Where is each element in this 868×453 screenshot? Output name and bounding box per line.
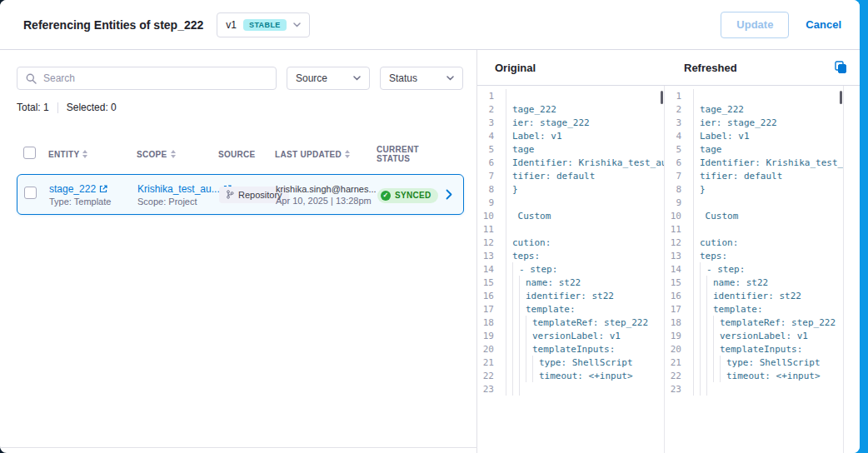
diff-refreshed-title: Refreshed (684, 62, 737, 74)
search-input[interactable] (43, 72, 267, 84)
copy-icon[interactable] (835, 61, 847, 74)
code-line: 3ier: stage_222 (477, 116, 664, 129)
indent-guide (706, 369, 713, 382)
indent-guide (519, 356, 526, 369)
code-text: teps: (512, 251, 540, 261)
line-number: 4 (477, 131, 506, 142)
scrollbar-thumb[interactable] (840, 91, 842, 104)
source-filter[interactable]: Source (287, 67, 370, 90)
line-number: 22 (665, 371, 693, 381)
indent-guide (506, 129, 512, 142)
indent-guide (506, 302, 512, 316)
code-line: 7tifier: default (665, 169, 843, 182)
indent-guide (700, 302, 706, 316)
indent-guide (720, 356, 726, 369)
status-filter[interactable]: Status (380, 67, 463, 90)
line-number: 19 (665, 331, 693, 341)
entity-link[interactable]: stage_222 (49, 183, 96, 195)
line-number: 2 (665, 104, 693, 115)
indent-guide (713, 316, 720, 329)
code-text: cution: (700, 237, 738, 248)
code-line: 19versionLabel: v1 (665, 329, 843, 342)
code-line: 13teps: (477, 249, 664, 262)
code-text: Custom (512, 211, 551, 222)
diff-panel: Original Refreshed 12tage_2223ier: stage… (477, 50, 860, 453)
code-text: Label: v1 (700, 131, 750, 142)
selected-count: Selected: 0 (67, 102, 117, 113)
update-button[interactable]: Update (721, 12, 789, 38)
code-text: tage (512, 144, 535, 155)
indent-guide (693, 209, 700, 222)
select-all-checkbox[interactable] (23, 147, 36, 159)
code-line: 20templateInputs: (477, 342, 664, 356)
indent-guide (506, 382, 512, 396)
code-line: 23 (477, 382, 664, 396)
indent-guide (693, 89, 700, 102)
entities-panel: Source Status Total: 1 Selected: 0 (0, 50, 477, 453)
indent-guide (700, 289, 706, 302)
chevron-right-icon[interactable] (446, 189, 457, 200)
indent-guide (512, 276, 519, 289)
search-box[interactable] (17, 67, 277, 90)
column-header-source: SOURCE (218, 150, 275, 159)
line-number: 17 (665, 304, 693, 315)
cancel-button[interactable]: Cancel (806, 18, 841, 31)
indent-guide (506, 209, 512, 222)
line-number: 5 (665, 144, 693, 155)
code-line: 13teps: (665, 249, 843, 262)
code-text: - step: (706, 264, 745, 275)
sort-icon[interactable] (171, 150, 176, 158)
indent-guide (706, 276, 713, 289)
code-line: 4Label: v1 (665, 129, 843, 142)
indent-guide (512, 329, 519, 342)
indent-guide (693, 382, 700, 396)
indent-guide (519, 316, 526, 329)
code-line: 6Identifier: Krishika_test_aut (665, 156, 843, 169)
drawer-content: Source Status Total: 1 Selected: 0 (0, 50, 860, 453)
indent-guide (693, 356, 700, 369)
table-header: ENTITY SCOPE SOURCE LAST UPDATED CURRENT… (17, 145, 464, 163)
indent-guide (700, 329, 706, 342)
code-line: 12cution: (665, 236, 843, 249)
version-select[interactable]: v1 STABLE (217, 12, 309, 37)
summary-divider (57, 102, 58, 113)
indent-guide (519, 276, 526, 289)
line-number: 6 (665, 157, 693, 168)
sort-icon[interactable] (82, 150, 87, 158)
code-lines: 12tage_2223ier: stage_2224Label: v15tage… (665, 89, 843, 396)
repository-icon (226, 190, 234, 199)
indent-guide (532, 369, 539, 382)
code-text: } (700, 184, 706, 195)
code-panel[interactable]: 12tage_2223ier: stage_2224Label: v15tage… (477, 86, 665, 453)
diff-original-title: Original (495, 62, 536, 74)
row-checkbox[interactable] (24, 187, 37, 199)
indent-guide (506, 262, 512, 276)
table-row[interactable]: stage_222 Type: Template Krishika_test_a… (17, 174, 464, 215)
code-line: 1 (665, 89, 843, 102)
sort-icon[interactable] (345, 150, 350, 158)
panel-bottom-divider (0, 447, 477, 448)
code-line: 23 (665, 382, 843, 396)
indent-guide (693, 222, 700, 236)
code-panel[interactable]: 12tage_2223ier: stage_2224Label: v15tage… (665, 86, 844, 453)
indent-guide (693, 142, 700, 156)
code-text: templateInputs: (532, 344, 615, 355)
indent-guide (512, 382, 519, 396)
code-line: 15name: st22 (477, 276, 664, 289)
indent-guide (706, 356, 713, 369)
external-link-icon[interactable] (99, 185, 107, 193)
code-text: teps: (700, 251, 727, 261)
code-line: 2tage_222 (665, 102, 843, 116)
code-text: } (512, 184, 518, 195)
scrollbar-thumb[interactable] (661, 91, 663, 104)
line-number: 8 (665, 184, 693, 195)
scope-link[interactable]: Krishika_test_au... (137, 183, 220, 195)
indent-guide (512, 316, 519, 329)
indent-guide (506, 102, 512, 116)
indent-guide (506, 169, 512, 182)
diff-header: Original Refreshed (477, 50, 860, 86)
referencing-entities-drawer: Referencing Entities of step_222 v1 STAB… (0, 0, 860, 453)
code-line: 14- step: (477, 262, 664, 276)
indent-guide (693, 342, 700, 356)
entity-cell: stage_222 Type: Template (49, 183, 137, 207)
